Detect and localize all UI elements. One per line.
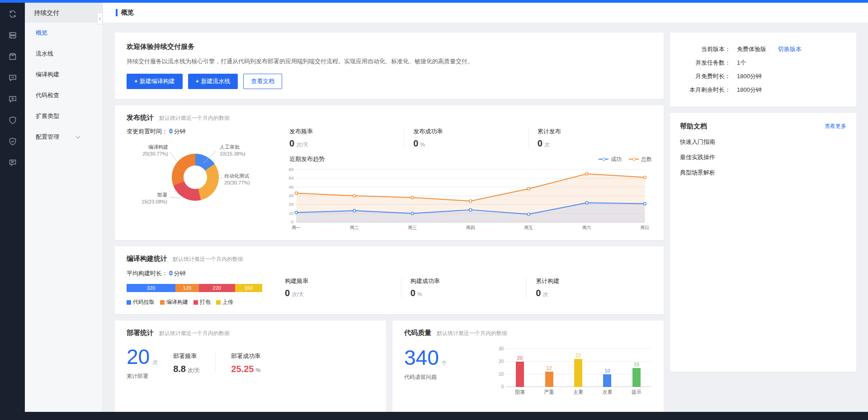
view-more-link[interactable]: 查看更多 (825, 123, 846, 130)
metric-release-frequency: 发布频率 0次/天 (280, 127, 404, 149)
svg-text:周二: 周二 (350, 225, 359, 230)
svg-text:周六: 周六 (582, 225, 591, 230)
deploy-success-rate: 部署成功率 25.25% (231, 352, 260, 374)
button-label: 新建流水线 (201, 78, 230, 85)
stack-segment: 320 (127, 284, 175, 292)
help-link-best-practice[interactable]: 最佳实践操作 (680, 153, 846, 161)
package-icon[interactable] (8, 52, 18, 61)
sidebar-item-pipeline[interactable]: 流水线 (25, 43, 102, 64)
sidebar-item-config[interactable]: 配置管理 (25, 127, 102, 147)
build-stats-card: 编译构建统计 默认统计最近一个月内的数据 平均构建时长：0分钟 32012022… (115, 246, 664, 314)
stack-segment: 120 (175, 284, 199, 292)
stack-segment: 220 (199, 284, 235, 292)
bar (574, 359, 582, 387)
new-build-button[interactable]: +新建编译构建 (127, 74, 183, 89)
build-metrics: 构建频率 0次/天 构建成功率 0% 累计构建 0次 (276, 277, 652, 298)
svg-text:周三: 周三 (408, 225, 417, 230)
sidebar-item-code-check[interactable]: 代码检查 (25, 85, 102, 106)
metric-release-success-rate: 发布成功率 0% (404, 127, 528, 149)
card-title: 代码质量 (404, 329, 431, 337)
lead-time-value: 0 (169, 127, 173, 135)
welcome-description: 持续交付服务以流水线为核心引擎，打通从代码到发布部署的应用端到端交付流程。实现应… (127, 57, 652, 66)
switch-version-link[interactable]: 切换版本 (778, 45, 802, 53)
legend-item[interactable]: 打包 (193, 298, 211, 306)
bar-x-label: 次要 (593, 389, 622, 396)
card-subtitle: 默认统计最近一个月内的数据 (173, 255, 243, 263)
card-title: 部署统计 (127, 329, 154, 337)
quality-total: 340个 代码遗留问题 (404, 343, 481, 396)
title-accent-bar (116, 9, 118, 16)
sidebar-item-label: 配置管理 (36, 127, 59, 147)
sidebar-item-build[interactable]: 编译构建 (25, 64, 102, 85)
version-card: 当前版本： 免费体验版 切换版本 并发任务数： 1个 月免费时长： 1800分钟… (670, 33, 856, 107)
bar-x-label: 提示 (622, 389, 651, 396)
release-donut-chart: 人工审批10(15.38%)自动化测试20(30.77%)部署15(23.08%… (127, 138, 276, 219)
card-title: 编译构建统计 (127, 255, 167, 263)
main-content: 欢迎体验持续交付服务 持续交付服务以流水线为核心引擎，打通从代码到发布部署的应用… (103, 23, 868, 412)
message-sync-icon[interactable] (8, 73, 18, 83)
help-link-scenarios[interactable]: 典型场景解析 (680, 169, 846, 177)
metric-build-frequency: 构建频率 0次/天 (276, 277, 401, 298)
bar (632, 368, 641, 387)
sync-icon[interactable] (8, 9, 18, 19)
card-subtitle: 默认统计最近一个月内的数据 (159, 114, 230, 122)
shield-check-icon[interactable] (8, 137, 18, 146)
bar-cell: 20 (505, 355, 534, 387)
bar-x-label: 严重 (534, 389, 563, 396)
sidebar-collapse-toggle[interactable] (97, 13, 103, 24)
release-trend-chart: 0102030405060周一周二周三周四周五周六周日 (280, 165, 652, 232)
sidebar-item-extension[interactable]: 扩展类型 (25, 106, 102, 127)
deploy-total: 20次 累计部署 (127, 346, 158, 380)
avg-build-time: 平均构建时长：0分钟 (127, 269, 276, 278)
welcome-title: 欢迎体验持续交付服务 (127, 42, 652, 51)
welcome-card: 欢迎体验持续交付服务 持续交付服务以流水线为核心引擎，打通从代码到发布部署的应用… (115, 33, 664, 99)
sidebar-item-overview[interactable]: 概览 (25, 23, 102, 43)
metric-release-total: 累计发布 0次 (528, 127, 652, 149)
sidebar-menu: 概览 流水线 编译构建 代码检查 扩展类型 配置管理 (25, 23, 102, 147)
svg-text:周一: 周一 (292, 225, 301, 230)
quality-total-value: 340 (404, 346, 439, 369)
chevron-down-icon (76, 134, 80, 138)
build-stacked-bar-chart: 320120220150 (127, 284, 262, 292)
top-accent-bar (0, 0, 868, 3)
legend-item[interactable]: 编译构建 (160, 298, 188, 306)
vertical-divider (215, 354, 216, 373)
legend-item[interactable]: 成功 (599, 156, 622, 163)
chevron-left-icon (99, 17, 102, 20)
shield-icon[interactable] (8, 115, 18, 125)
comment-icon[interactable] (8, 158, 18, 168)
build-bar-legend: 代码拉取编译构建打包上传 (127, 298, 276, 306)
metric-build-total: 累计构建 0次 (526, 277, 652, 298)
trend-title: 近期发布趋势 (289, 155, 325, 163)
view-docs-button[interactable]: 查看文档 (243, 74, 282, 89)
card-subtitle: 默认统计最近一个月内的数据 (437, 330, 507, 337)
help-link-quickstart[interactable]: 快速入门指南 (680, 138, 846, 146)
donut-label: 人工审批10(15.38%) (220, 144, 245, 157)
legend-item[interactable]: 上传 (216, 298, 233, 306)
code-quality-card: 代码质量 默认统计最近一个月内的数据 340个 代码遗留问题 010203020… (392, 321, 664, 412)
bar (516, 362, 524, 387)
release-metrics: 发布频率 0次/天 发布成功率 0% 累计发布 0次 (280, 127, 652, 149)
svg-text:10: 10 (288, 211, 293, 216)
new-pipeline-button[interactable]: +新建流水线 (188, 74, 238, 89)
svg-text:60: 60 (288, 167, 293, 172)
button-label: 新建编译构建 (140, 78, 175, 85)
stack-segment: 150 (235, 284, 262, 292)
bar-x-label: 主要 (564, 389, 593, 396)
card-title: 发布统计 (127, 113, 154, 122)
remaining-minutes-row: 本月剩余时长： 1800分钟 (680, 83, 846, 97)
donut-label: 自动化测试20(30.77%) (224, 173, 250, 186)
bar-cell: 12 (534, 365, 563, 387)
deploy-frequency: 部署频率 8.8次/天 (173, 352, 200, 374)
message-gear-icon[interactable] (8, 94, 18, 104)
bar-x-label: 阻塞 (505, 389, 534, 396)
donut-label: 部署15(23.08%) (129, 192, 167, 205)
svg-text:周四: 周四 (466, 225, 475, 230)
server-list-icon[interactable] (8, 30, 18, 40)
bar-cell: 15 (622, 362, 651, 387)
legend-item[interactable]: 代码拉取 (127, 298, 155, 306)
concurrent-tasks-row: 并发任务数： 1个 (680, 56, 846, 70)
metric-build-success-rate: 构建成功率 0% (401, 277, 527, 298)
bar (603, 374, 611, 387)
legend-item[interactable]: 总数 (629, 156, 652, 163)
